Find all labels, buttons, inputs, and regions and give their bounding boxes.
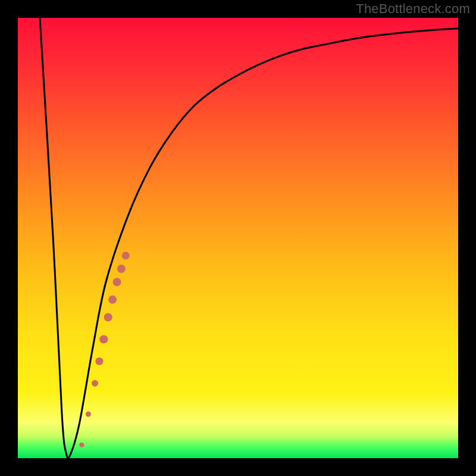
highlight-dot [122,252,130,259]
highlight-dot [117,265,126,273]
highlight-dots-layer [18,18,458,458]
highlight-dot [95,358,103,365]
highlight-dot [79,443,84,447]
highlight-dot [104,313,112,321]
highlight-dot [99,335,108,343]
watermark-label: TheBottleneck.com [356,1,470,17]
highlight-dot [108,296,117,304]
highlight-dot [86,412,91,417]
chart-frame: TheBottleneck.com [0,0,476,476]
highlight-dot [113,278,121,286]
highlight-dots [79,252,130,447]
plot-area [18,18,458,458]
highlight-dot [92,380,98,387]
